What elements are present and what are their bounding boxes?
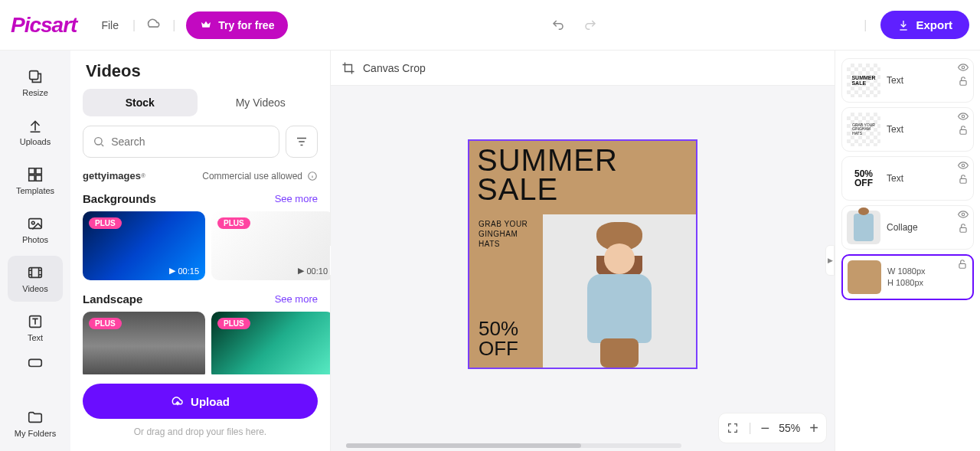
layer-text-2[interactable]: GRAB YOUR GINGHAM HATS Text: [841, 107, 974, 152]
eye-icon[interactable]: [958, 62, 969, 73]
zoom-controls: | − 55% +: [718, 413, 827, 443]
svg-rect-4: [36, 175, 41, 181]
rail-resize[interactable]: Resize: [8, 60, 63, 106]
info-icon[interactable]: [307, 171, 318, 181]
redo-icon[interactable]: [583, 18, 597, 32]
crop-icon[interactable]: [341, 61, 355, 75]
section-backgrounds-title: Backgrounds: [83, 192, 156, 205]
rail-uploads[interactable]: Uploads: [8, 109, 63, 155]
rail-photos[interactable]: Photos: [8, 207, 63, 253]
eye-icon[interactable]: [958, 160, 969, 171]
layer-thumb: SUMMER SALE: [847, 64, 880, 97]
filter-icon: [295, 135, 309, 149]
layer-thumb: GRAB YOUR GINGHAM HATS: [847, 113, 880, 146]
svg-point-16: [962, 164, 965, 167]
zoom-in-button[interactable]: +: [809, 420, 818, 437]
file-menu[interactable]: File: [101, 19, 119, 31]
headline-text[interactable]: SUMMER SALE: [477, 145, 618, 204]
svg-rect-0: [30, 71, 38, 80]
rail-videos[interactable]: Videos: [8, 256, 63, 302]
video-duration: ▶ 00:15: [169, 266, 199, 276]
unlock-icon[interactable]: [957, 259, 968, 270]
svg-rect-2: [36, 168, 41, 174]
kid-illustration: [573, 222, 665, 368]
tab-my-videos[interactable]: My Videos: [204, 89, 318, 116]
zoom-out-button[interactable]: −: [761, 420, 770, 437]
plus-badge: PLUS: [217, 217, 250, 229]
layer-label: Text: [887, 124, 903, 135]
svg-point-18: [962, 213, 965, 216]
layer-label: Text: [887, 173, 903, 184]
layer-text-1[interactable]: SUMMER SALE Text: [841, 58, 974, 103]
video-duration: ▶ 00:10: [298, 266, 328, 276]
layer-dimensions: W 1080pxH 1080px: [887, 266, 926, 289]
video-thumb[interactable]: PLUS ▶ 00:15: [83, 211, 205, 280]
video-thumb[interactable]: PLUS: [83, 312, 205, 381]
video-thumb[interactable]: PLUS ▶ 00:10: [211, 211, 330, 280]
layers-panel: SUMMER SALE Text GRAB YOUR GINGHAM HATS …: [835, 51, 980, 451]
divider: |: [864, 18, 867, 32]
layer-thumb: [847, 211, 880, 244]
app-header: Picsart File | | Try for free | Export: [0, 0, 980, 51]
canvas-viewport[interactable]: SUMMER SALE GRAB YOUR GINGHAM HATS 50% O…: [331, 86, 835, 451]
canvas-area: Canvas Crop SUMMER SALE GRAB YOUR GINGHA…: [331, 51, 835, 451]
layer-text-3[interactable]: 50% OFF Text: [841, 156, 974, 201]
canvas-crop-label[interactable]: Canvas Crop: [363, 62, 426, 74]
svg-point-12: [962, 66, 965, 69]
svg-rect-1: [29, 168, 34, 174]
subheading-text[interactable]: GRAB YOUR GINGHAM HATS: [479, 219, 528, 249]
videos-panel: Videos Stock My Videos gettyimages® Comm…: [70, 51, 331, 451]
commercial-use-label: Commercial use allowed: [202, 171, 302, 181]
upload-label: Upload: [191, 395, 230, 408]
unlock-icon[interactable]: [958, 174, 969, 185]
collapse-right-handle[interactable]: ▶: [825, 245, 835, 276]
layer-thumb: 50% OFF: [847, 162, 880, 195]
layer-background[interactable]: W 1080pxH 1080px: [841, 254, 974, 300]
fit-screen-icon[interactable]: [727, 422, 739, 434]
export-button[interactable]: Export: [880, 11, 969, 39]
search-box[interactable]: [83, 126, 279, 158]
see-more-landscape[interactable]: See more: [275, 293, 318, 305]
rail-templates[interactable]: Templates: [8, 158, 63, 204]
canvas-toolbar: Canvas Crop: [331, 51, 835, 86]
unlock-icon[interactable]: [958, 76, 969, 87]
panel-title: Videos: [70, 51, 330, 89]
svg-point-10: [95, 138, 102, 145]
upload-button[interactable]: Upload: [83, 384, 318, 419]
video-thumb[interactable]: PLUS: [211, 312, 330, 381]
see-more-backgrounds[interactable]: See more: [275, 193, 318, 204]
svg-rect-15: [960, 129, 966, 134]
getty-attribution: gettyimages® Commercial use allowed: [70, 165, 330, 189]
unlock-icon[interactable]: [958, 125, 969, 136]
export-label: Export: [916, 18, 952, 31]
plus-badge: PLUS: [89, 217, 122, 229]
svg-rect-9: [29, 359, 42, 366]
undo-icon[interactable]: [551, 18, 565, 32]
layer-thumb: [848, 260, 881, 294]
try-for-free-button[interactable]: Try for free: [186, 11, 288, 39]
download-icon: [897, 19, 910, 31]
backgrounds-thumbs: PLUS ▶ 00:15 PLUS ▶ 00:10: [70, 211, 330, 289]
filter-button[interactable]: [286, 126, 318, 158]
eye-icon[interactable]: [958, 111, 969, 122]
percent-off-text[interactable]: 50% OFF: [479, 319, 518, 358]
horizontal-scrollbar[interactable]: [346, 443, 681, 448]
eye-icon[interactable]: [958, 209, 969, 220]
rail-text[interactable]: Text: [8, 305, 63, 351]
rail-element-partial[interactable]: [8, 354, 63, 371]
unlock-icon[interactable]: [958, 223, 969, 234]
cloud-sync-icon[interactable]: [146, 16, 162, 34]
design-canvas[interactable]: SUMMER SALE GRAB YOUR GINGHAM HATS 50% O…: [468, 139, 697, 369]
tool-rail: Resize Uploads Templates Photos Videos T…: [0, 51, 70, 451]
rail-my-folders[interactable]: My Folders: [8, 400, 63, 446]
collage-image[interactable]: [543, 214, 696, 368]
tab-stock[interactable]: Stock: [83, 89, 198, 116]
logo[interactable]: Picsart: [11, 13, 77, 38]
search-input[interactable]: [111, 136, 270, 148]
svg-rect-20: [959, 263, 965, 268]
svg-rect-19: [960, 227, 966, 232]
drag-drop-hint: Or drag and drop your files here.: [83, 426, 318, 437]
section-landscape-title: Landscape: [83, 292, 142, 306]
plus-badge: PLUS: [89, 318, 122, 329]
layer-collage[interactable]: Collage: [841, 205, 974, 250]
